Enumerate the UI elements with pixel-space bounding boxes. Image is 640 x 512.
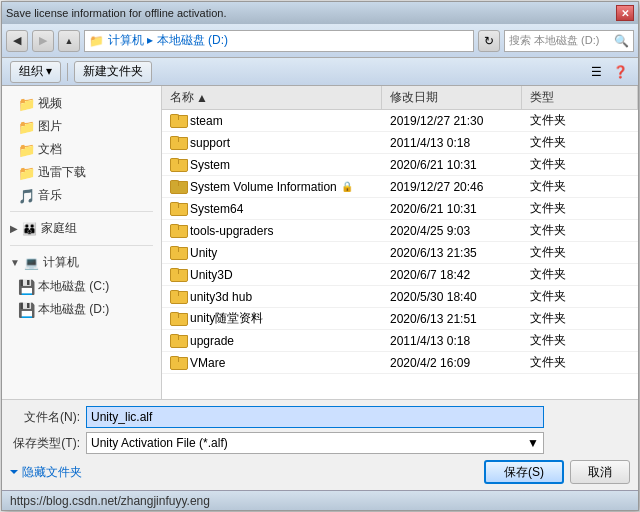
hide-folders-link[interactable]: 隐藏文件夹 [10, 464, 82, 481]
refresh-button[interactable]: ↻ [478, 30, 500, 52]
sidebar-item-documents[interactable]: 📁 文档 [2, 138, 161, 161]
file-date: 2020/6/7 18:42 [386, 268, 526, 282]
sidebar-item-homegroup[interactable]: ▶ 👪 家庭组 [2, 216, 161, 241]
file-type: 文件夹 [526, 288, 634, 305]
folder-icon [170, 334, 186, 348]
table-row[interactable]: System Volume Information 🔒 2019/12/27 2… [162, 176, 638, 198]
computer-icon: 💻 [24, 256, 39, 270]
file-date: 2020/6/21 10:31 [386, 202, 526, 216]
divider [10, 245, 153, 246]
file-date: 2020/6/13 21:51 [386, 312, 526, 326]
search-box[interactable]: 搜索 本地磁盘 (D:) 🔍 [504, 30, 634, 52]
save-button[interactable]: 保存(S) [484, 460, 564, 484]
divider [10, 211, 153, 212]
cancel-button[interactable]: 取消 [570, 460, 630, 484]
folder-icon [170, 158, 186, 172]
expand-arrow: ▼ [10, 257, 20, 268]
file-name: System Volume Information [190, 180, 337, 194]
table-row[interactable]: upgrade 2011/4/13 0:18 文件夹 [162, 330, 638, 352]
folder-icon [170, 224, 186, 238]
table-row[interactable]: unity3d hub 2020/5/30 18:40 文件夹 [162, 286, 638, 308]
folder-icon [170, 180, 186, 194]
music-icon: 🎵 [18, 188, 34, 204]
table-row[interactable]: Unity 2020/6/13 21:35 文件夹 [162, 242, 638, 264]
file-type: 文件夹 [526, 200, 634, 217]
homegroup-icon: 👪 [22, 222, 37, 236]
sidebar-item-music[interactable]: 🎵 音乐 [2, 184, 161, 207]
file-list-header: 名称 ▲ 修改日期 类型 [162, 86, 638, 110]
file-date: 2020/4/2 16:09 [386, 356, 526, 370]
file-name: tools-upgraders [190, 224, 273, 238]
toolbar-separator [67, 63, 68, 81]
sidebar-item-computer[interactable]: ▼ 💻 计算机 [2, 250, 161, 275]
expand-arrow: ▶ [10, 223, 18, 234]
filetype-label: 保存类型(T): [10, 435, 80, 452]
close-button[interactable]: ✕ [616, 5, 634, 21]
table-row[interactable]: VMare 2020/4/2 16:09 文件夹 [162, 352, 638, 374]
folder-icon [170, 290, 186, 304]
button-row: 隐藏文件夹 保存(S) 取消 [10, 460, 630, 484]
folder-icon: 📁 [18, 165, 34, 181]
file-date: 2020/4/25 9:03 [386, 224, 526, 238]
col-type[interactable]: 类型 [522, 86, 638, 109]
folder-icon [170, 202, 186, 216]
folder-icon: 📁 [18, 142, 34, 158]
status-bar: https://blog.csdn.net/zhangjinfuyy.eng [2, 490, 638, 510]
up-button[interactable]: ▲ [58, 30, 80, 52]
file-type: 文件夹 [526, 332, 634, 349]
file-list[interactable]: steam 2019/12/27 21:30 文件夹 support 2011/… [162, 110, 638, 399]
organize-button[interactable]: 组织 ▾ [10, 61, 61, 83]
dropdown-arrow: ▼ [527, 436, 539, 450]
file-type: 文件夹 [526, 222, 634, 239]
disk-icon: 💾 [18, 302, 34, 318]
sidebar-item-videos[interactable]: 📁 视频 [2, 92, 161, 115]
file-name: support [190, 136, 230, 150]
folder-icon: 📁 [18, 119, 34, 135]
sidebar-item-drive-c[interactable]: 💾 本地磁盘 (C:) [2, 275, 161, 298]
folder-icon [170, 268, 186, 282]
filename-input[interactable] [86, 406, 544, 428]
file-name: upgrade [190, 334, 234, 348]
file-date: 2020/6/13 21:35 [386, 246, 526, 260]
file-date: 2019/12/27 21:30 [386, 114, 526, 128]
file-date: 2011/4/13 0:18 [386, 334, 526, 348]
forward-button[interactable]: ▶ [32, 30, 54, 52]
address-bar: ◀ ▶ ▲ 📁 计算机 ▸ 本地磁盘 (D:) ↻ 搜索 本地磁盘 (D:) 🔍 [2, 24, 638, 58]
sidebar-item-pictures[interactable]: 📁 图片 [2, 115, 161, 138]
folder-icon [170, 246, 186, 260]
file-date: 2011/4/13 0:18 [386, 136, 526, 150]
table-row[interactable]: System 2020/6/21 10:31 文件夹 [162, 154, 638, 176]
sidebar-item-thunder[interactable]: 📁 迅雷下载 [2, 161, 161, 184]
file-name: steam [190, 114, 223, 128]
table-row[interactable]: steam 2019/12/27 21:30 文件夹 [162, 110, 638, 132]
table-row[interactable]: support 2011/4/13 0:18 文件夹 [162, 132, 638, 154]
sort-arrow: ▲ [196, 91, 208, 105]
table-row[interactable]: System64 2020/6/21 10:31 文件夹 [162, 198, 638, 220]
view-toggle-button[interactable]: ☰ [586, 62, 606, 82]
save-dialog: Save license information for offline act… [1, 1, 639, 511]
table-row[interactable]: tools-upgraders 2020/4/25 9:03 文件夹 [162, 220, 638, 242]
back-button[interactable]: ◀ [6, 30, 28, 52]
sidebar-item-drive-d[interactable]: 💾 本地磁盘 (D:) [2, 298, 161, 321]
folder-icon [170, 114, 186, 128]
file-type: 文件夹 [526, 156, 634, 173]
file-date: 2019/12/27 20:46 [386, 180, 526, 194]
address-box[interactable]: 📁 计算机 ▸ 本地磁盘 (D:) [84, 30, 474, 52]
file-name: System64 [190, 202, 243, 216]
file-area: 名称 ▲ 修改日期 类型 steam 2019/12/27 21:30 文件夹 [162, 86, 638, 399]
table-row[interactable]: unity随堂资料 2020/6/13 21:51 文件夹 [162, 308, 638, 330]
address-path: 计算机 ▸ 本地磁盘 (D:) [108, 32, 228, 49]
file-type: 文件夹 [526, 266, 634, 283]
new-folder-button[interactable]: 新建文件夹 [74, 61, 152, 83]
file-name: unity3d hub [190, 290, 252, 304]
dialog-title: Save license information for offline act… [6, 7, 616, 19]
toolbar-right: ☰ ❓ [586, 62, 630, 82]
disk-icon: 💾 [18, 279, 34, 295]
bottom-section: 文件名(N): 保存类型(T): Unity Activation File (… [2, 399, 638, 490]
col-date[interactable]: 修改日期 [382, 86, 522, 109]
file-name: System [190, 158, 230, 172]
filetype-select[interactable]: Unity Activation File (*.alf) ▼ [86, 432, 544, 454]
table-row[interactable]: Unity3D 2020/6/7 18:42 文件夹 [162, 264, 638, 286]
col-name[interactable]: 名称 ▲ [162, 86, 382, 109]
help-button[interactable]: ❓ [610, 62, 630, 82]
